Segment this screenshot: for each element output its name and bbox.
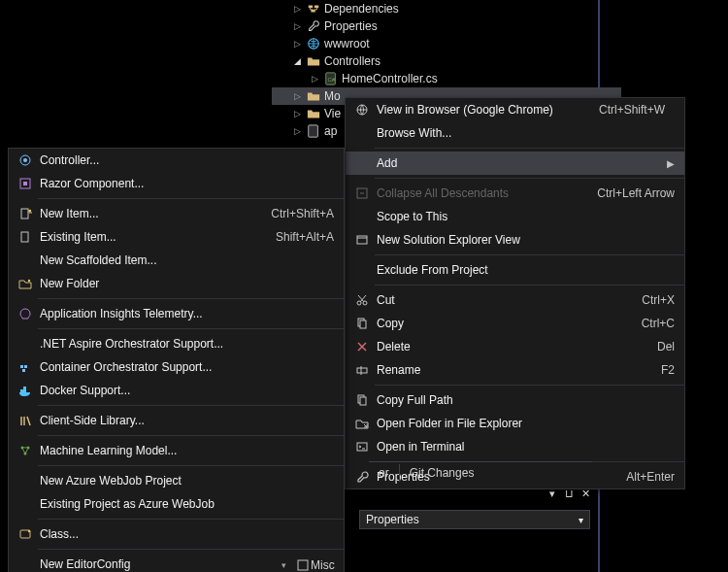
open-folder-icon	[351, 417, 373, 430]
menu-item-scope-to-this[interactable]: Scope to This	[346, 205, 684, 228]
tree-label: Mo	[322, 89, 341, 103]
context-submenu-add: Controller... Razor Component... New Ite…	[8, 148, 345, 572]
svg-rect-9	[357, 236, 367, 244]
tree-label: Properties	[322, 19, 378, 33]
submenu-item-class[interactable]: Class...	[9, 522, 344, 546]
svg-rect-6	[309, 125, 318, 137]
svg-rect-16	[360, 397, 366, 405]
menu-separator	[38, 549, 344, 550]
svg-point-22	[29, 210, 31, 212]
tree-label: wwwroot	[322, 37, 370, 50]
submenu-item-aspire[interactable]: .NET Aspire Orchestrator Support...	[9, 332, 344, 355]
svg-rect-26	[24, 365, 27, 368]
properties-panel-dropdown[interactable]: Properties ▾	[359, 510, 590, 529]
chevron-right-icon[interactable]: ▷	[289, 91, 305, 101]
svg-point-19	[23, 158, 27, 162]
menu-item-new-explorer-view[interactable]: New Solution Explorer View	[346, 228, 684, 252]
context-menu: View in Browser (Google Chrome) Ctrl+Shi…	[345, 97, 685, 489]
chevron-down-icon[interactable]: ▾	[281, 560, 295, 570]
razor-icon	[15, 177, 36, 190]
svg-rect-28	[20, 389, 23, 392]
tab-git-changes[interactable]: Git Changes	[399, 464, 484, 482]
submenu-item-controller[interactable]: Controller...	[9, 149, 344, 172]
submenu-item-client-library[interactable]: Client-Side Library...	[9, 409, 344, 432]
submenu-item-new-scaffolded[interactable]: New Scaffolded Item...	[9, 249, 344, 272]
tree-item-dependencies[interactable]: ▷ Dependencies	[272, 0, 621, 17]
menu-separator	[38, 198, 344, 199]
terminal-icon	[351, 440, 373, 454]
menu-label: Add	[373, 156, 665, 170]
svg-rect-23	[21, 232, 28, 242]
chevron-right-icon[interactable]: ▷	[289, 109, 305, 118]
menu-separator	[38, 465, 344, 466]
dropdown-arrow-icon[interactable]: ▾	[546, 488, 559, 500]
properties-panel-label: Properties	[366, 513, 419, 526]
menu-item-add[interactable]: Add ▶	[346, 151, 684, 175]
close-icon[interactable]: ✕	[579, 488, 592, 500]
tree-label: Controllers	[322, 54, 381, 68]
svg-rect-27	[22, 369, 25, 372]
submenu-item-container-orchestrator[interactable]: Container Orchestrator Support...	[9, 355, 344, 379]
library-icon	[15, 414, 36, 427]
menu-separator	[375, 148, 684, 149]
menu-item-cut[interactable]: Cut Ctrl+X	[346, 288, 684, 312]
menu-label: Class...	[36, 527, 334, 541]
tree-label: Dependencies	[322, 2, 399, 16]
chevron-right-icon[interactable]: ▷	[289, 39, 305, 49]
globe-icon	[305, 37, 322, 50]
chevron-down-icon[interactable]: ◢	[289, 56, 305, 66]
delete-icon	[351, 340, 373, 353]
menu-item-copy-full-path[interactable]: Copy Full Path	[346, 388, 684, 412]
menu-item-rename[interactable]: Rename F2	[346, 358, 684, 382]
copy-path-icon	[351, 393, 373, 407]
svg-rect-13	[360, 320, 366, 328]
menu-label: New Folder	[36, 277, 334, 290]
chevron-right-icon[interactable]: ▷	[289, 126, 305, 136]
submenu-item-app-insights[interactable]: Application Insights Telemetry...	[9, 302, 344, 325]
menu-separator	[38, 405, 344, 406]
submenu-item-new-folder[interactable]: New Folder	[9, 272, 344, 295]
menu-item-open-terminal[interactable]: Open in Terminal	[346, 435, 684, 458]
menu-item-delete[interactable]: Delete Del	[346, 335, 684, 358]
tab-solution-explorer-partial[interactable]: er	[369, 464, 399, 482]
menu-item-exclude-from-project[interactable]: Exclude From Project	[346, 258, 684, 282]
menu-item-view-in-browser[interactable]: View in Browser (Google Chrome) Ctrl+Shi…	[346, 98, 684, 121]
cut-icon	[351, 293, 373, 307]
menu-item-open-folder[interactable]: Open Folder in File Explorer	[346, 412, 684, 435]
chevron-right-icon[interactable]: ▷	[289, 21, 305, 31]
properties-category-misc[interactable]: ▾ Misc	[281, 558, 335, 572]
submenu-item-docker[interactable]: Docker Support...	[9, 379, 344, 402]
new-folder-icon	[15, 277, 36, 290]
menu-label: Application Insights Telemetry...	[36, 307, 334, 320]
tree-item-wwwroot[interactable]: ▷ wwwroot	[272, 35, 621, 52]
svg-text:C#: C#	[328, 76, 336, 83]
menu-separator	[375, 254, 684, 255]
submenu-item-azure-webjob-existing[interactable]: Existing Project as Azure WebJob	[9, 492, 344, 516]
app-insights-icon	[15, 307, 36, 320]
menu-label: New Item...	[36, 207, 253, 220]
menu-label: Existing Project as Azure WebJob	[36, 497, 334, 511]
submenu-item-azure-webjob-new[interactable]: New Azure WebJob Project	[9, 469, 344, 492]
menu-item-copy[interactable]: Copy Ctrl+C	[346, 312, 684, 335]
chevron-right-icon[interactable]: ▷	[289, 4, 305, 14]
menu-label: Razor Component...	[36, 177, 334, 190]
menu-separator	[38, 435, 344, 436]
submenu-item-existing-item[interactable]: Existing Item... Shift+Alt+A	[9, 225, 344, 249]
wrench-icon	[305, 19, 322, 33]
chevron-right-icon[interactable]: ▷	[307, 74, 322, 84]
menu-item-browse-with[interactable]: Browse With...	[346, 121, 684, 145]
submenu-item-ml-model[interactable]: Machine Learning Model...	[9, 439, 344, 462]
tree-item-homecontroller[interactable]: ▷ C# HomeController.cs	[272, 70, 621, 87]
pin-icon[interactable]: ⊔	[562, 488, 576, 500]
svg-rect-21	[21, 209, 28, 219]
container-icon	[15, 360, 36, 374]
submenu-item-new-item[interactable]: New Item... Ctrl+Shift+A	[9, 202, 344, 225]
menu-shortcut: Ctrl+Shift+A	[253, 207, 334, 220]
json-file-icon	[305, 124, 322, 138]
svg-rect-14	[357, 368, 367, 373]
rename-icon	[351, 363, 373, 377]
svg-point-35	[28, 530, 30, 532]
tree-item-properties[interactable]: ▷ Properties	[272, 17, 621, 35]
tree-item-controllers[interactable]: ◢ Controllers	[272, 52, 621, 70]
submenu-item-razor-component[interactable]: Razor Component...	[9, 172, 344, 195]
